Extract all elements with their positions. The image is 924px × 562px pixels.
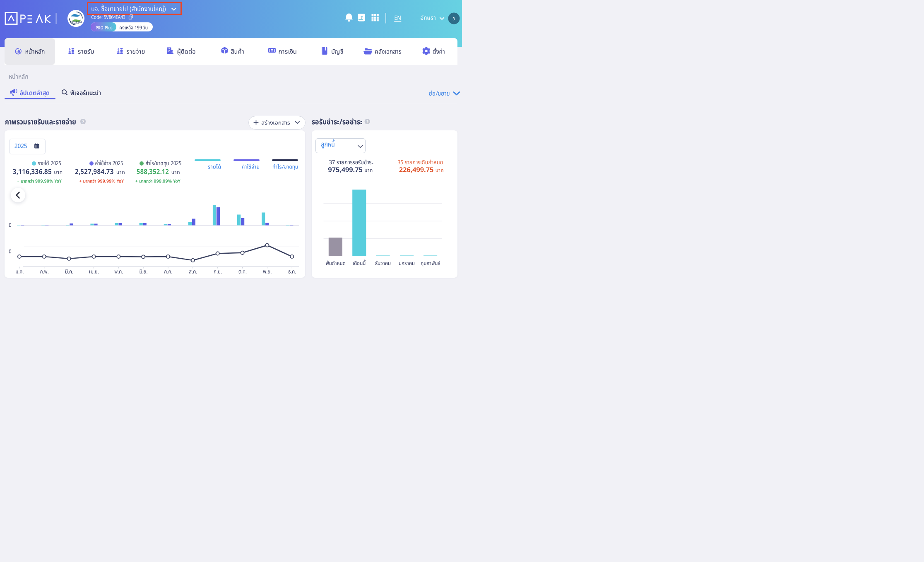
svg-text:?: ?	[82, 119, 84, 124]
svg-text:?: ?	[366, 119, 368, 124]
svg-text:?: ?	[361, 15, 363, 19]
